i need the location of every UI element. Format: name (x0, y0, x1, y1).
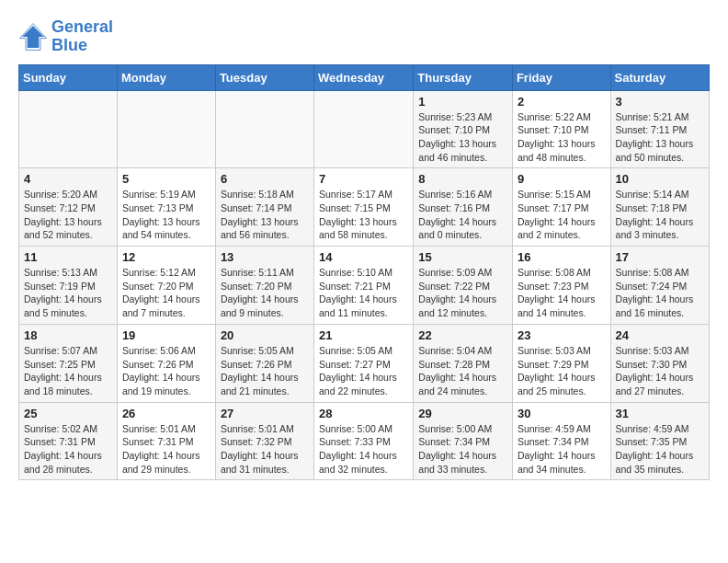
day-number: 4 (24, 172, 112, 186)
day-number: 30 (518, 407, 606, 420)
calendar-cell: 19Sunrise: 5:06 AM Sunset: 7:26 PM Dayli… (117, 324, 215, 402)
day-info: Sunrise: 5:12 AM Sunset: 7:20 PM Dayligh… (122, 266, 210, 320)
day-info: Sunrise: 5:01 AM Sunset: 7:32 PM Dayligh… (221, 422, 309, 477)
calendar-cell: 6Sunrise: 5:18 AM Sunset: 7:14 PM Daylig… (215, 168, 313, 247)
calendar-cell: 24Sunrise: 5:03 AM Sunset: 7:30 PM Dayli… (610, 324, 709, 402)
calendar-cell: 9Sunrise: 5:15 AM Sunset: 7:17 PM Daylig… (512, 168, 610, 247)
day-info: Sunrise: 5:19 AM Sunset: 7:13 PM Dayligh… (122, 188, 210, 242)
calendar-cell: 1Sunrise: 5:23 AM Sunset: 7:10 PM Daylig… (414, 90, 513, 168)
calendar-week-1: 1Sunrise: 5:23 AM Sunset: 7:10 PM Daylig… (19, 90, 710, 168)
calendar-header-row: SundayMondayTuesdayWednesdayThursdayFrid… (19, 64, 710, 90)
day-number: 11 (24, 250, 112, 264)
calendar-cell: 16Sunrise: 5:08 AM Sunset: 7:23 PM Dayli… (512, 247, 610, 325)
day-info: Sunrise: 5:22 AM Sunset: 7:10 PM Dayligh… (518, 110, 606, 165)
day-info: Sunrise: 5:23 AM Sunset: 7:10 PM Dayligh… (418, 110, 507, 165)
day-info: Sunrise: 5:01 AM Sunset: 7:31 PM Dayligh… (122, 422, 210, 477)
day-info: Sunrise: 5:11 AM Sunset: 7:20 PM Dayligh… (221, 266, 309, 320)
day-info: Sunrise: 5:16 AM Sunset: 7:16 PM Dayligh… (418, 188, 507, 242)
day-header-tuesday: Tuesday (215, 64, 313, 90)
calendar-cell (215, 90, 313, 168)
day-number: 23 (518, 328, 606, 342)
day-number: 1 (418, 95, 507, 109)
day-number: 9 (518, 172, 606, 186)
day-number: 27 (221, 407, 309, 420)
calendar-cell: 30Sunrise: 4:59 AM Sunset: 7:34 PM Dayli… (512, 402, 610, 480)
logo-text: General Blue (51, 18, 113, 55)
calendar-cell: 10Sunrise: 5:14 AM Sunset: 7:18 PM Dayli… (610, 168, 709, 247)
calendar-cell: 21Sunrise: 5:05 AM Sunset: 7:27 PM Dayli… (314, 324, 414, 402)
calendar-cell (314, 90, 414, 168)
day-info: Sunrise: 5:20 AM Sunset: 7:12 PM Dayligh… (24, 188, 112, 242)
day-info: Sunrise: 5:04 AM Sunset: 7:28 PM Dayligh… (418, 344, 507, 398)
day-info: Sunrise: 5:00 AM Sunset: 7:34 PM Dayligh… (418, 422, 507, 477)
calendar-week-3: 11Sunrise: 5:13 AM Sunset: 7:19 PM Dayli… (19, 247, 710, 325)
calendar-week-5: 25Sunrise: 5:02 AM Sunset: 7:31 PM Dayli… (19, 402, 710, 480)
day-number: 15 (418, 250, 507, 264)
day-info: Sunrise: 5:08 AM Sunset: 7:23 PM Dayligh… (518, 266, 606, 320)
calendar-cell: 26Sunrise: 5:01 AM Sunset: 7:31 PM Dayli… (117, 402, 215, 480)
day-info: Sunrise: 5:17 AM Sunset: 7:15 PM Dayligh… (319, 188, 408, 242)
day-info: Sunrise: 5:09 AM Sunset: 7:22 PM Dayligh… (418, 266, 507, 320)
day-info: Sunrise: 5:06 AM Sunset: 7:26 PM Dayligh… (122, 344, 210, 398)
day-number: 10 (616, 172, 704, 186)
day-info: Sunrise: 5:03 AM Sunset: 7:30 PM Dayligh… (616, 344, 704, 398)
day-number: 31 (616, 407, 704, 420)
day-info: Sunrise: 5:21 AM Sunset: 7:11 PM Dayligh… (616, 110, 704, 165)
day-number: 16 (518, 250, 606, 264)
calendar-cell: 25Sunrise: 5:02 AM Sunset: 7:31 PM Dayli… (19, 402, 118, 480)
calendar-cell: 2Sunrise: 5:22 AM Sunset: 7:10 PM Daylig… (512, 90, 610, 168)
calendar-week-4: 18Sunrise: 5:07 AM Sunset: 7:25 PM Dayli… (19, 324, 710, 402)
day-number: 3 (616, 95, 704, 109)
day-info: Sunrise: 5:08 AM Sunset: 7:24 PM Dayligh… (616, 266, 704, 320)
day-number: 18 (24, 328, 112, 342)
day-number: 25 (24, 407, 112, 420)
day-number: 13 (221, 250, 309, 264)
day-info: Sunrise: 5:07 AM Sunset: 7:25 PM Dayligh… (24, 344, 112, 398)
calendar-cell (117, 90, 215, 168)
calendar-cell (19, 90, 118, 168)
calendar-cell: 14Sunrise: 5:10 AM Sunset: 7:21 PM Dayli… (314, 247, 414, 325)
day-info: Sunrise: 5:02 AM Sunset: 7:31 PM Dayligh… (24, 422, 112, 477)
day-info: Sunrise: 5:18 AM Sunset: 7:14 PM Dayligh… (221, 188, 309, 242)
calendar-week-2: 4Sunrise: 5:20 AM Sunset: 7:12 PM Daylig… (19, 168, 710, 247)
day-header-thursday: Thursday (414, 64, 513, 90)
day-number: 21 (319, 328, 408, 342)
calendar-cell: 27Sunrise: 5:01 AM Sunset: 7:32 PM Dayli… (215, 402, 313, 480)
day-number: 5 (122, 172, 210, 186)
day-header-wednesday: Wednesday (314, 64, 414, 90)
day-info: Sunrise: 5:00 AM Sunset: 7:33 PM Dayligh… (319, 422, 408, 477)
day-number: 28 (319, 407, 408, 420)
day-number: 14 (319, 250, 408, 264)
day-number: 29 (418, 407, 507, 420)
day-info: Sunrise: 5:14 AM Sunset: 7:18 PM Dayligh… (616, 188, 704, 242)
calendar-cell: 15Sunrise: 5:09 AM Sunset: 7:22 PM Dayli… (414, 247, 513, 325)
day-header-monday: Monday (117, 64, 215, 90)
day-info: Sunrise: 4:59 AM Sunset: 7:35 PM Dayligh… (616, 422, 704, 477)
day-number: 19 (122, 328, 210, 342)
calendar-cell: 3Sunrise: 5:21 AM Sunset: 7:11 PM Daylig… (610, 90, 709, 168)
calendar-cell: 17Sunrise: 5:08 AM Sunset: 7:24 PM Dayli… (610, 247, 709, 325)
calendar-cell: 23Sunrise: 5:03 AM Sunset: 7:29 PM Dayli… (512, 324, 610, 402)
calendar-cell: 12Sunrise: 5:12 AM Sunset: 7:20 PM Dayli… (117, 247, 215, 325)
day-info: Sunrise: 5:10 AM Sunset: 7:21 PM Dayligh… (319, 266, 408, 320)
calendar-cell: 5Sunrise: 5:19 AM Sunset: 7:13 PM Daylig… (117, 168, 215, 247)
day-number: 17 (616, 250, 704, 264)
day-number: 12 (122, 250, 210, 264)
day-number: 6 (221, 172, 309, 186)
day-number: 20 (221, 328, 309, 342)
day-info: Sunrise: 5:05 AM Sunset: 7:26 PM Dayligh… (221, 344, 309, 398)
calendar-cell: 13Sunrise: 5:11 AM Sunset: 7:20 PM Dayli… (215, 247, 313, 325)
day-number: 24 (616, 328, 704, 342)
day-info: Sunrise: 4:59 AM Sunset: 7:34 PM Dayligh… (518, 422, 606, 477)
day-number: 2 (518, 95, 606, 109)
day-header-friday: Friday (512, 64, 610, 90)
day-info: Sunrise: 5:13 AM Sunset: 7:19 PM Dayligh… (24, 266, 112, 320)
day-info: Sunrise: 5:15 AM Sunset: 7:17 PM Dayligh… (518, 188, 606, 242)
calendar-cell: 20Sunrise: 5:05 AM Sunset: 7:26 PM Dayli… (215, 324, 313, 402)
day-number: 22 (418, 328, 507, 342)
day-number: 7 (319, 172, 408, 186)
logo-icon (18, 22, 48, 52)
calendar-cell: 22Sunrise: 5:04 AM Sunset: 7:28 PM Dayli… (414, 324, 513, 402)
logo: General Blue (18, 18, 113, 55)
calendar-cell: 4Sunrise: 5:20 AM Sunset: 7:12 PM Daylig… (19, 168, 118, 247)
